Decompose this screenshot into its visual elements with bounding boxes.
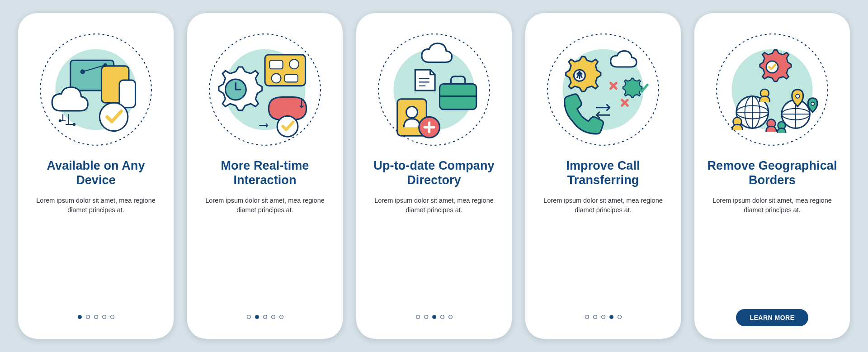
svg-rect-14 bbox=[269, 60, 283, 69]
dot-2[interactable] bbox=[424, 315, 428, 319]
dot-5[interactable] bbox=[448, 315, 453, 319]
card-description: Lorem ipsum dolor sit amet, mea regione … bbox=[202, 196, 328, 215]
onboarding-card-1: Available on Any Device Lorem ipsum dolo… bbox=[18, 13, 174, 339]
card-title: Remove Geographical Borders bbox=[706, 159, 838, 188]
company-directory-icon bbox=[377, 33, 491, 146]
dot-4[interactable] bbox=[102, 315, 106, 319]
card-description: Lorem ipsum dolor sit amet, mea regione … bbox=[33, 196, 159, 215]
dot-5[interactable] bbox=[618, 315, 622, 319]
onboarding-card-3: Up-to-date Company Directory Lorem ipsum… bbox=[356, 13, 512, 339]
global-borders-icon bbox=[716, 33, 829, 146]
devices-cloud-icon bbox=[39, 33, 152, 146]
svg-point-40 bbox=[796, 94, 799, 98]
svg-point-16 bbox=[272, 74, 281, 83]
dot-4[interactable] bbox=[271, 315, 275, 319]
dot-1[interactable] bbox=[78, 315, 82, 319]
card-description: Lorem ipsum dolor sit amet, mea regione … bbox=[540, 196, 666, 215]
dot-1[interactable] bbox=[585, 315, 589, 319]
onboarding-card-2: More Real-time Interaction Lorem ipsum d… bbox=[187, 13, 343, 339]
card-title: Available on Any Device bbox=[30, 159, 162, 188]
dot-3[interactable] bbox=[94, 315, 98, 319]
svg-point-15 bbox=[289, 59, 299, 69]
svg-point-8 bbox=[73, 123, 75, 126]
card-title: Improve Call Transferring bbox=[537, 159, 669, 188]
svg-point-9 bbox=[99, 103, 127, 131]
svg-point-7 bbox=[59, 119, 61, 122]
dot-5[interactable] bbox=[279, 315, 283, 319]
call-transfer-icon bbox=[547, 33, 660, 146]
svg-point-23 bbox=[406, 107, 418, 118]
page-dots bbox=[416, 315, 453, 319]
card-title: Up-to-date Company Directory bbox=[368, 159, 500, 188]
onboarding-card-5: Remove Geographical Borders Lorem ipsum … bbox=[694, 13, 850, 339]
card-title: More Real-time Interaction bbox=[199, 159, 331, 188]
page-dots bbox=[585, 315, 622, 319]
dot-2[interactable] bbox=[255, 315, 259, 319]
realtime-interaction-icon bbox=[208, 33, 321, 146]
learn-more-button[interactable]: LEARN MORE bbox=[736, 309, 808, 326]
onboarding-card-4: Improve Call Transferring Lorem ipsum do… bbox=[525, 13, 681, 339]
dot-4[interactable] bbox=[440, 315, 444, 319]
dot-3[interactable] bbox=[263, 315, 267, 319]
dot-3[interactable] bbox=[601, 315, 605, 319]
card-description: Lorem ipsum dolor sit amet, mea regione … bbox=[709, 196, 835, 215]
dot-1[interactable] bbox=[247, 315, 251, 319]
card-description: Lorem ipsum dolor sit amet, mea regione … bbox=[371, 196, 497, 215]
dot-5[interactable] bbox=[110, 315, 114, 319]
dot-4[interactable] bbox=[609, 315, 613, 319]
svg-point-41 bbox=[811, 102, 814, 105]
dot-3[interactable] bbox=[432, 315, 436, 319]
page-dots bbox=[78, 315, 114, 319]
svg-rect-17 bbox=[285, 75, 298, 82]
page-dots bbox=[247, 315, 283, 319]
dot-1[interactable] bbox=[416, 315, 420, 319]
svg-rect-4 bbox=[119, 80, 135, 107]
dot-2[interactable] bbox=[86, 315, 90, 319]
dot-2[interactable] bbox=[593, 315, 597, 319]
